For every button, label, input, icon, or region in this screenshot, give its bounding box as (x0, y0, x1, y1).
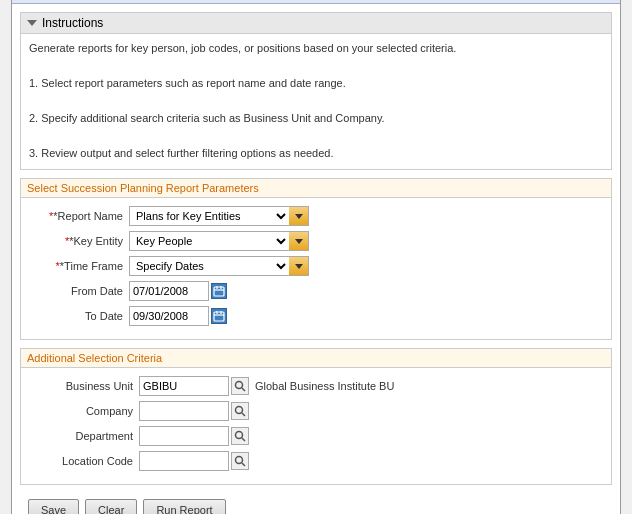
report-name-row: **Report Name Plans for Key Entities (29, 206, 603, 226)
svg-line-9 (242, 388, 245, 391)
location-code-input[interactable] (139, 451, 229, 471)
svg-point-12 (236, 432, 243, 439)
from-date-wrapper (129, 281, 227, 301)
planning-section: Select Succession Planning Report Parame… (20, 178, 612, 340)
from-date-calendar-icon[interactable] (211, 283, 227, 299)
run-report-button[interactable]: Run Report (143, 499, 225, 514)
company-search-btn[interactable] (231, 402, 249, 420)
dropdown-arrow-icon (295, 264, 303, 269)
company-input[interactable] (139, 401, 229, 421)
svg-line-15 (242, 463, 245, 466)
report-name-dropdown-btn[interactable] (289, 206, 309, 226)
time-frame-select[interactable]: Specify Dates (129, 256, 289, 276)
department-input[interactable] (139, 426, 229, 446)
svg-point-8 (236, 382, 243, 389)
to-date-input[interactable] (129, 306, 209, 326)
business-unit-description: Global Business Institute BU (255, 380, 394, 392)
business-unit-wrapper: Global Business Institute BU (139, 376, 394, 396)
instructions-header[interactable]: Instructions (21, 13, 611, 34)
from-date-row: From Date (29, 281, 603, 301)
report-name-label: **Report Name (29, 210, 129, 222)
company-label: Company (29, 405, 139, 417)
svg-rect-4 (214, 312, 224, 321)
dropdown-arrow-icon (295, 239, 303, 244)
to-date-wrapper (129, 306, 227, 326)
key-entity-label: **Key Entity (29, 235, 129, 247)
time-frame-label: **Time Frame (29, 260, 129, 272)
button-bar: Save Clear Run Report (20, 493, 612, 514)
clear-button[interactable]: Clear (85, 499, 137, 514)
location-code-label: Location Code (29, 455, 139, 467)
report-name-select[interactable]: Plans for Key Entities (129, 206, 289, 226)
department-search-btn[interactable] (231, 427, 249, 445)
business-unit-row: Business Unit Global Business Institute … (29, 376, 603, 396)
location-code-wrapper (139, 451, 249, 471)
instruction-line-0: Generate reports for key person, job cod… (29, 40, 603, 58)
instruction-line-2: 2. Specify additional search criteria su… (29, 110, 603, 128)
instructions-body: Generate reports for key person, job cod… (21, 34, 611, 169)
to-date-label: To Date (29, 310, 129, 322)
location-code-search-btn[interactable] (231, 452, 249, 470)
time-frame-dropdown-btn[interactable] (289, 256, 309, 276)
key-entity-row: **Key Entity Key People (29, 231, 603, 251)
business-unit-label: Business Unit (29, 380, 139, 392)
key-entity-select[interactable]: Key People (129, 231, 289, 251)
to-date-row: To Date (29, 306, 603, 326)
instructions-panel: Instructions Generate reports for key pe… (20, 12, 612, 170)
location-code-row: Location Code (29, 451, 603, 471)
department-row: Department (29, 426, 603, 446)
company-row: Company (29, 401, 603, 421)
to-date-calendar-icon[interactable] (211, 308, 227, 324)
key-entity-wrapper: Key People (129, 231, 309, 251)
company-wrapper (139, 401, 249, 421)
from-date-label: From Date (29, 285, 129, 297)
department-wrapper (139, 426, 249, 446)
planning-section-header: Select Succession Planning Report Parame… (21, 179, 611, 198)
business-unit-search-btn[interactable] (231, 377, 249, 395)
instruction-line-3: 3. Review output and select further filt… (29, 145, 603, 163)
key-entity-dropdown-btn[interactable] (289, 231, 309, 251)
svg-line-13 (242, 438, 245, 441)
department-label: Department (29, 430, 139, 442)
save-button[interactable]: Save (28, 499, 79, 514)
collapse-icon (27, 20, 37, 26)
dropdown-arrow-icon (295, 214, 303, 219)
svg-rect-0 (214, 287, 224, 296)
from-date-input[interactable] (129, 281, 209, 301)
business-unit-input[interactable] (139, 376, 229, 396)
report-name-wrapper: Plans for Key Entities (129, 206, 309, 226)
svg-line-11 (242, 413, 245, 416)
additional-section: Additional Selection Criteria Business U… (20, 348, 612, 485)
svg-point-14 (236, 457, 243, 464)
additional-section-header: Additional Selection Criteria (21, 349, 611, 368)
time-frame-row: **Time Frame Specify Dates (29, 256, 603, 276)
instruction-line-1: 1. Select report parameters such as repo… (29, 75, 603, 93)
svg-point-10 (236, 407, 243, 414)
time-frame-wrapper: Specify Dates (129, 256, 309, 276)
instructions-label: Instructions (42, 16, 103, 30)
